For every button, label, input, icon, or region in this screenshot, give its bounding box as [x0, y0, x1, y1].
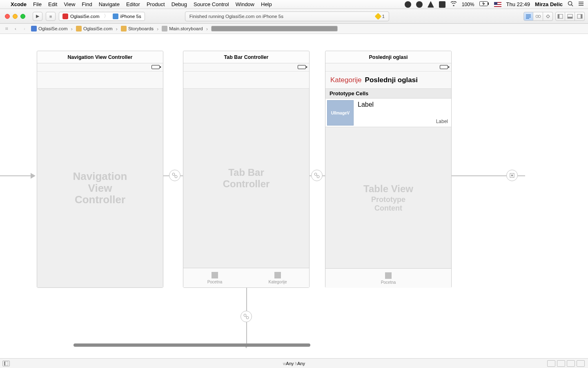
navigation-bar[interactable]: [37, 72, 163, 89]
activity-text: Finished running OglasiSe.com on iPhone …: [189, 14, 283, 19]
svg-point-2: [568, 2, 572, 5]
tabbar-controller-scene[interactable]: Tab Bar Controller Tab Bar Controller Po…: [183, 51, 310, 288]
root-segue-node[interactable]: [169, 170, 180, 181]
app-menulet-icon[interactable]: [416, 1, 423, 8]
version-editor-button[interactable]: [543, 12, 553, 21]
breadcrumb-storyboards[interactable]: Storyboards: [119, 26, 155, 31]
resolve-issues-button[interactable]: [567, 360, 575, 367]
breadcrumb-project[interactable]: OglasiSe.com: [29, 26, 69, 31]
relationship-segue-node[interactable]: [241, 311, 252, 322]
menu-debug[interactable]: Debug: [172, 1, 187, 7]
navigation-controller-scene[interactable]: Navigation View Controller Navigation Vi…: [37, 51, 163, 288]
pin-button[interactable]: [557, 360, 565, 367]
tab-icon: [212, 272, 218, 278]
menu-window[interactable]: Window: [236, 1, 254, 7]
window-close-button[interactable]: [5, 14, 10, 19]
toggle-utilities-button[interactable]: [575, 12, 585, 21]
scene-title[interactable]: Tab Bar Controller: [183, 51, 309, 63]
project-icon: [31, 26, 37, 31]
align-button[interactable]: [547, 360, 555, 367]
breadcrumb-storyboard-file[interactable]: Main.storyboard: [160, 26, 204, 31]
svg-line-3: [572, 5, 573, 7]
horizontal-scrollbar[interactable]: [74, 343, 310, 347]
breadcrumb-group[interactable]: OglasiSe.com: [74, 26, 114, 31]
svg-rect-31: [4, 361, 5, 366]
tab-bar[interactable]: Pocetna Kategorije: [183, 268, 309, 287]
container-view: Tab Bar Controller: [183, 89, 309, 268]
cell-imageview[interactable]: UIImageV: [327, 100, 354, 126]
back-button[interactable]: ‹: [11, 25, 20, 32]
document-outline-toggle[interactable]: [2, 361, 10, 366]
issues-indicator[interactable]: 1: [376, 14, 385, 19]
scheme-device-icon: [113, 13, 118, 19]
toggle-debug-area-button[interactable]: [565, 12, 575, 21]
run-button[interactable]: ▶: [33, 12, 42, 21]
menu-product[interactable]: Product: [147, 1, 165, 7]
sync-icon[interactable]: [439, 1, 445, 8]
menu-source-control[interactable]: Source Control: [194, 1, 229, 7]
menu-navigate[interactable]: Navigate: [99, 1, 120, 7]
placeholder-label: Table View: [357, 183, 420, 195]
keyboard-flag-icon[interactable]: [494, 2, 501, 7]
toggle-navigator-button[interactable]: [555, 12, 565, 21]
related-items-button[interactable]: ⌗: [2, 25, 11, 32]
navigation-bar[interactable]: [183, 72, 309, 89]
menu-editor[interactable]: Editor: [126, 1, 140, 7]
tab-item-pocetna[interactable]: Pocetna: [325, 269, 451, 288]
assistant-editor-button[interactable]: [533, 12, 543, 21]
tableview-controller-scene[interactable]: Poslednji oglasi Kategorije Poslednji og…: [325, 51, 452, 288]
prototype-cell[interactable]: UIImageV Label Label: [325, 99, 451, 127]
svg-rect-14: [558, 14, 559, 18]
tab-icon: [274, 272, 281, 278]
clock[interactable]: Thu 22:49: [506, 1, 530, 7]
folder-icon: [76, 26, 82, 31]
arrow-head-icon: [31, 173, 36, 179]
stop-button[interactable]: ■: [46, 12, 56, 21]
user-name[interactable]: Mirza Delic: [535, 1, 563, 7]
window-minimize-button[interactable]: [13, 14, 18, 19]
scene-title[interactable]: Poslednji oglasi: [325, 51, 451, 63]
google-drive-icon[interactable]: [428, 1, 434, 8]
menu-edit[interactable]: Edit: [48, 1, 57, 7]
tab-bar[interactable]: Pocetna: [325, 268, 451, 288]
menu-file[interactable]: File: [33, 1, 42, 7]
navigation-bar[interactable]: Kategorije Poslednji oglasi: [325, 72, 451, 89]
tab-item-kategorije[interactable]: Kategorije: [246, 268, 309, 287]
svg-line-24: [316, 175, 317, 176]
wifi-icon[interactable]: [450, 1, 457, 7]
menu-help[interactable]: Help: [261, 1, 272, 7]
standard-editor-button[interactable]: [523, 12, 533, 21]
jump-bar: ⌗ ‹ › OglasiSe.com OglasiSe.com Storyboa…: [0, 24, 588, 34]
svg-line-21: [174, 175, 175, 176]
menu-view[interactable]: View: [64, 1, 75, 7]
cell-detail-label[interactable]: Label: [436, 119, 448, 124]
size-class-control[interactable]: wAny hAny: [283, 361, 305, 366]
menu-find[interactable]: Find: [82, 1, 92, 7]
nav-back-button[interactable]: Kategorije: [330, 76, 362, 84]
scene-title[interactable]: Navigation View Controller: [37, 51, 163, 63]
app-menu[interactable]: Xcode: [11, 1, 27, 7]
container-view: Navigation View Controller: [37, 89, 163, 287]
forward-button[interactable]: ›: [20, 25, 29, 32]
relationship-segue-node[interactable]: [311, 170, 323, 181]
tab-item-pocetna[interactable]: Pocetna: [183, 268, 246, 287]
spotlight-icon[interactable]: [568, 1, 573, 8]
viber-icon[interactable]: [405, 1, 411, 8]
segue-line: [246, 322, 247, 347]
cell-title-label[interactable]: Label: [358, 100, 374, 125]
table-view[interactable]: Table View Prototype Content: [325, 127, 451, 268]
notification-center-icon[interactable]: [578, 1, 584, 8]
initial-vc-arrow: [0, 175, 31, 176]
scheme-device: iPhone 5s: [120, 14, 141, 19]
battery-percent[interactable]: 100%: [462, 2, 474, 7]
window-zoom-button[interactable]: [20, 14, 25, 19]
resizing-button[interactable]: [577, 360, 585, 367]
svg-line-29: [246, 316, 247, 317]
svg-rect-1: [488, 2, 489, 5]
battery-icon: [298, 65, 306, 69]
svg-rect-26: [511, 175, 513, 176]
ib-canvas[interactable]: Navigation View Controller Navigation Vi…: [0, 34, 588, 358]
push-segue-node[interactable]: [506, 170, 518, 181]
scheme-selector[interactable]: OglasiSe.com 〉 iPhone 5s: [59, 12, 145, 21]
breadcrumb-scene[interactable]: Kategorije Scene: [209, 26, 249, 31]
